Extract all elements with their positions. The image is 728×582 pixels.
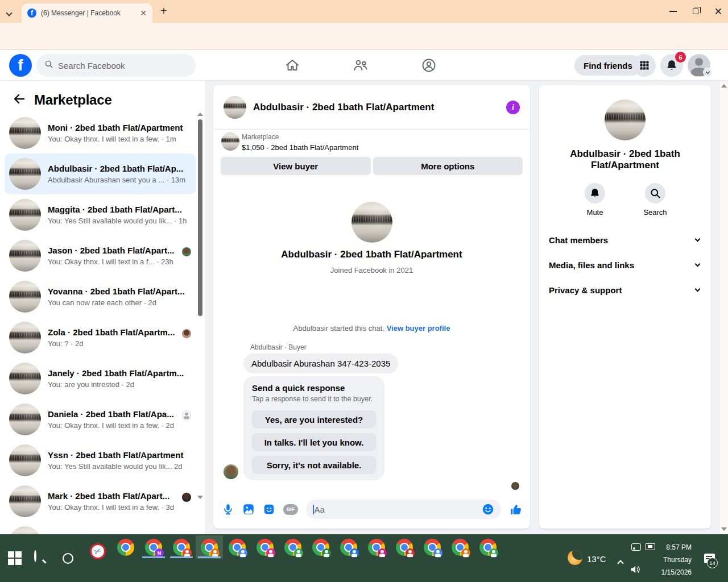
snipping-tool-icon[interactable]: ✂ (88, 541, 108, 562)
friends-icon[interactable] (353, 57, 369, 73)
details-avatar (605, 99, 646, 140)
weather-temperature[interactable]: 13°C (587, 554, 606, 564)
home-icon[interactable] (284, 57, 300, 73)
listing-avatar (9, 199, 41, 231)
window-minimize-button[interactable] (669, 11, 677, 12)
thumbs-up-icon[interactable] (509, 503, 522, 516)
section-chat-members[interactable]: Chat members (539, 227, 711, 252)
taskbar-chrome-icon[interactable] (224, 535, 251, 559)
listing-avatar (9, 117, 41, 149)
conversation-preview: You can now rate each other · 2d (48, 298, 191, 307)
gif-icon[interactable]: GIF (283, 504, 298, 515)
clock-time: 8:57 PM (648, 541, 692, 554)
conversation-item[interactable]: Daniela · 2bed 1bath Flat/Apa...You: Oka… (5, 399, 196, 440)
quick-response-option[interactable]: Sorry, it's not available. (252, 456, 376, 474)
section-label: Chat members (549, 235, 696, 245)
quick-response-option[interactable]: Yes, are you interested? (252, 410, 376, 429)
taskbar-chrome-icon[interactable] (168, 535, 195, 559)
weather-moon-icon[interactable] (568, 550, 582, 565)
conversation-item[interactable]: Jakima · 2bed 1bath Flat/Apartm... (5, 522, 196, 534)
chevron-down-icon (695, 261, 701, 267)
taskbar-chrome-icon[interactable] (391, 535, 418, 559)
groups-icon[interactable] (421, 57, 437, 73)
buyer-profile-title: Abdulbasir · 2bed 1bath Flat/Apartment (213, 249, 530, 260)
notifications-button[interactable]: 6 (660, 54, 683, 77)
taskbar-clock[interactable]: 8:57 PM Thursday 1/15/2026 (648, 541, 692, 579)
taskbar-chrome-icon[interactable]: N (140, 535, 167, 559)
conversation-item[interactable]: Moni · 2bed 1bath Flat/ApartmentYou: Oka… (5, 113, 196, 153)
cast-icon[interactable] (631, 543, 641, 551)
tab-close-icon[interactable]: ✕ (140, 9, 147, 17)
message-input[interactable]: Aa (306, 500, 501, 519)
view-buyer-profile-link[interactable]: View buyer profile (387, 324, 450, 332)
taskbar-chrome-icon[interactable] (279, 535, 307, 559)
find-friends-button[interactable]: Find friends (574, 55, 642, 76)
view-buyer-button[interactable]: View buyer (221, 157, 371, 175)
window-restore-button[interactable] (693, 9, 698, 14)
taskbar-chrome-icon-active[interactable] (196, 535, 223, 559)
apps-menu-button[interactable] (633, 54, 656, 77)
taskbar-chrome-icon[interactable] (474, 535, 502, 559)
page-scrollbar[interactable] (719, 81, 728, 534)
sidebar-scrollbar[interactable] (196, 81, 205, 504)
listing-avatar (9, 158, 41, 190)
conversation-item[interactable]: Yovanna · 2bed 1bath Flat/Apart...You ca… (5, 276, 196, 317)
search-facebook[interactable] (36, 54, 196, 77)
conversation-name: Mark · 2bed 1bath Flat/Apart... (48, 491, 175, 501)
taskbar-chrome-icon[interactable] (307, 535, 334, 559)
more-options-button[interactable]: More options (373, 157, 523, 175)
listing-avatar (9, 363, 41, 394)
task-view-icon[interactable] (63, 553, 73, 564)
chat-started-line: Abdulbasir started this chat. View buyer… (213, 324, 530, 332)
seen-avatar (182, 329, 191, 338)
sticker-icon[interactable] (263, 503, 275, 516)
chat-header[interactable]: Abdulbasir · 2bed 1bath Flat/Apartment i (213, 85, 530, 130)
conversation-preview: You: are you intrested · 2d (48, 380, 191, 389)
taskbar-chrome-icon[interactable] (112, 535, 139, 559)
chevron-down-icon[interactable] (7, 7, 15, 15)
search-icon (44, 60, 53, 71)
chat-details-panel: Abdulbasir · 2bed 1bath Flat/Apartment M… (539, 85, 711, 529)
section-privacy-support[interactable]: Privacy & support (539, 277, 711, 302)
taskbar-chrome-icon[interactable] (446, 535, 474, 559)
browser-tab[interactable]: f (6) Messenger | Facebook ✕ (22, 3, 152, 23)
taskbar-search-icon[interactable] (34, 551, 48, 565)
back-arrow-icon[interactable] (13, 92, 26, 108)
voice-clip-icon[interactable] (222, 503, 234, 516)
conversation-item[interactable]: Mark · 2bed 1bath Flat/Apart...You: Okay… (5, 481, 196, 522)
conversation-item[interactable]: Zola · 2bed 1bath Flat/Apartm...You: ? ·… (5, 317, 196, 358)
photo-icon[interactable] (242, 503, 255, 516)
conversation-name: Jason · 2bed 1bath Flat/Apart... (48, 246, 175, 255)
taskbar-chrome-icon[interactable] (363, 535, 390, 559)
tray-expand-icon[interactable] (618, 558, 623, 568)
new-tab-button[interactable]: + (160, 5, 167, 18)
browser-tab-bar: f (6) Messenger | Facebook ✕ + ✕ (0, 0, 728, 23)
search-conversation-button[interactable]: Search (635, 183, 675, 217)
details-title: Abdulbasir · 2bed 1bath Flat/Apartment (565, 148, 685, 171)
conversation-item[interactable]: Yssn · 2bed 1bath Flat/ApartmentYou: Yes… (5, 440, 196, 481)
info-icon[interactable]: i (506, 101, 520, 114)
speaker-icon[interactable] (630, 565, 642, 574)
conversation-preview: You: Okay thnx. I will text in a f... · … (48, 257, 175, 266)
conversation-item[interactable]: Jason · 2bed 1bath Flat/Apart...You: Oka… (5, 235, 196, 276)
listing-price-title: $1,050 - 2bed 1bath Flat/Apartment (242, 143, 358, 152)
section-media-files-links[interactable]: Media, files and links (539, 252, 711, 277)
window-close-button[interactable]: ✕ (714, 7, 722, 16)
conversation-item-selected[interactable]: Abdulbasir · 2bed 1bath Flat/Ap...Abdulb… (5, 153, 196, 194)
account-chevron-icon[interactable] (703, 68, 712, 77)
search-input[interactable] (58, 61, 188, 70)
taskbar-chrome-icon[interactable] (335, 535, 362, 559)
conversation-item[interactable]: Janely · 2bed 1bath Flat/Apartm...You: a… (5, 358, 196, 399)
mute-button[interactable]: Mute (575, 183, 615, 217)
emoji-icon[interactable] (482, 503, 494, 516)
facebook-logo[interactable]: f (9, 54, 32, 77)
taskbar-chrome-icon[interactable] (419, 535, 446, 559)
listing-avatar (9, 404, 41, 435)
quick-response-option[interactable]: In talks. I'll let you know. (252, 433, 376, 451)
start-button[interactable] (8, 551, 22, 565)
message-bubble[interactable]: Abdulbasir Aburashan 347-423-2035 (243, 354, 398, 373)
taskbar-chrome-icon[interactable] (251, 535, 279, 559)
conversation-item[interactable]: Maggita · 2bed 1bath Flat/Apart...You: Y… (5, 194, 196, 235)
browser-toolbar: ← → facebook.com/messages/t/906269705081… (0, 23, 728, 50)
scrollbar-thumb[interactable] (198, 119, 202, 316)
